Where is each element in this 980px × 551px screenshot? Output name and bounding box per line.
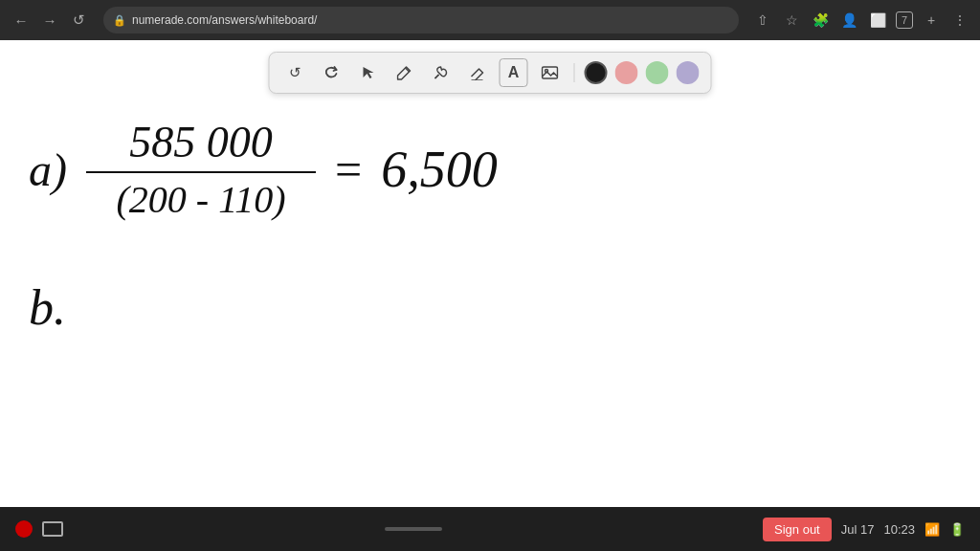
result-value: 6,500 bbox=[381, 140, 498, 199]
drawing-toolbar: ↺ bbox=[269, 52, 712, 94]
browser-chrome: ← → ↺ 🔒 numerade.com/answers/whiteboard/… bbox=[0, 0, 980, 40]
scroll-indicator bbox=[385, 527, 442, 531]
color-pink[interactable] bbox=[615, 61, 638, 84]
lock-icon: 🔒 bbox=[113, 14, 126, 27]
status-center bbox=[385, 527, 442, 531]
problem-a: a) 585 000 (200 - 110) = 6,500 bbox=[29, 117, 951, 222]
toolbar-divider bbox=[574, 63, 575, 82]
date-display: Jul 17 bbox=[841, 522, 875, 537]
denominator: (200 - 110) bbox=[116, 173, 285, 222]
select-tool-button[interactable] bbox=[354, 58, 383, 87]
image-tool-button[interactable] bbox=[536, 58, 565, 87]
problem-a-label: a) bbox=[29, 143, 67, 196]
color-purple[interactable] bbox=[677, 61, 700, 84]
user-button[interactable]: 👤 bbox=[838, 10, 859, 31]
svg-rect-3 bbox=[543, 67, 558, 78]
battery-icon: 🔋 bbox=[949, 522, 965, 537]
status-right: Sign out Jul 17 10:23 📶 🔋 bbox=[763, 518, 965, 541]
eraser-tool-button[interactable] bbox=[463, 58, 492, 87]
equals-sign: = bbox=[335, 142, 362, 197]
pen-tool-button[interactable] bbox=[390, 58, 419, 87]
browser-actions: ⇧ ☆ 🧩 👤 ⬜ 7 + ⋮ bbox=[752, 10, 970, 31]
whiteboard-area: ↺ bbox=[0, 40, 980, 507]
share-button[interactable]: ⇧ bbox=[752, 10, 773, 31]
reload-button[interactable]: ↺ bbox=[67, 9, 90, 32]
forward-button[interactable]: → bbox=[38, 9, 61, 32]
address-bar[interactable]: 🔒 numerade.com/answers/whiteboard/ bbox=[103, 7, 739, 33]
tab-number-button[interactable]: 7 bbox=[896, 11, 913, 29]
more-button[interactable]: ⋮ bbox=[949, 10, 970, 31]
status-bar: Sign out Jul 17 10:23 📶 🔋 bbox=[0, 507, 980, 551]
tools-button[interactable] bbox=[427, 58, 456, 87]
status-left bbox=[15, 520, 63, 538]
screen-share-icon bbox=[42, 521, 63, 537]
redo-button[interactable] bbox=[318, 58, 346, 87]
problem-b: b. bbox=[29, 279, 951, 336]
wifi-icon: 📶 bbox=[924, 522, 940, 537]
undo-button[interactable]: ↺ bbox=[281, 58, 310, 87]
math-content-area: a) 585 000 (200 - 110) = 6,500 b. bbox=[29, 117, 951, 336]
star-button[interactable]: ☆ bbox=[781, 10, 802, 31]
sign-out-button[interactable]: Sign out bbox=[763, 518, 832, 541]
color-black[interactable] bbox=[585, 61, 608, 84]
extensions-button[interactable]: 🧩 bbox=[810, 10, 831, 31]
back-button[interactable]: ← bbox=[10, 9, 33, 32]
url-text: numerade.com/answers/whiteboard/ bbox=[132, 13, 317, 27]
fraction-expression: 585 000 (200 - 110) bbox=[86, 117, 316, 222]
numerator: 585 000 bbox=[129, 117, 273, 171]
time-display: 10:23 bbox=[883, 522, 915, 537]
record-indicator bbox=[15, 520, 33, 538]
text-tool-button[interactable]: A bbox=[500, 58, 528, 87]
svg-line-1 bbox=[435, 75, 439, 78]
new-tab-button[interactable]: + bbox=[921, 10, 942, 31]
window-button[interactable]: ⬜ bbox=[867, 10, 888, 31]
problem-b-label: b. bbox=[29, 280, 66, 335]
color-green[interactable] bbox=[646, 61, 669, 84]
